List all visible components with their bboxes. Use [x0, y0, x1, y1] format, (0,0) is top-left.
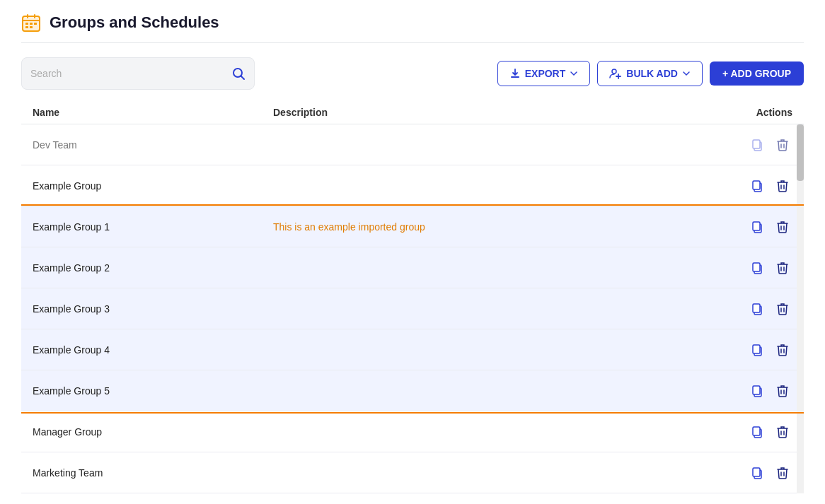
- row-actions: [729, 217, 792, 237]
- copy-icon[interactable]: [747, 422, 767, 442]
- delete-icon[interactable]: [773, 299, 792, 319]
- copy-icon[interactable]: [747, 381, 767, 401]
- svg-line-11: [241, 76, 245, 80]
- row-name: Dev Team: [33, 139, 273, 151]
- row-actions: [729, 135, 792, 155]
- toolbar: EXPORT BULK ADD + ADD GROUP: [21, 57, 804, 90]
- col-header-description: Description: [273, 107, 729, 118]
- table-row: Example Group 1This is an example import…: [21, 206, 804, 247]
- svg-rect-49: [753, 468, 760, 476]
- svg-rect-9: [30, 26, 33, 28]
- table-row: Example Group 3: [21, 288, 804, 329]
- row-name: Marketing Team: [33, 467, 273, 479]
- copy-icon[interactable]: [747, 258, 767, 278]
- delete-icon[interactable]: [773, 463, 792, 483]
- delete-icon[interactable]: [773, 340, 792, 360]
- search-input[interactable]: [30, 68, 231, 79]
- row-actions: [729, 381, 792, 401]
- svg-rect-4: [34, 14, 35, 18]
- row-name: Example Group 4: [33, 344, 273, 356]
- svg-point-13: [612, 69, 616, 74]
- table-row: Example Group 5: [21, 370, 804, 411]
- row-actions: [729, 422, 792, 442]
- export-button[interactable]: EXPORT: [497, 61, 591, 86]
- svg-rect-5: [25, 23, 28, 25]
- bulk-add-button[interactable]: BULK ADD: [597, 61, 703, 86]
- row-name: Manager Group: [33, 426, 273, 438]
- delete-icon[interactable]: [773, 176, 792, 196]
- delete-icon[interactable]: [773, 422, 792, 442]
- copy-icon[interactable]: [747, 299, 767, 319]
- row-actions: [729, 299, 792, 319]
- svg-rect-33: [753, 304, 760, 312]
- svg-rect-3: [27, 14, 28, 18]
- chevron-down-icon-bulk: [682, 69, 691, 78]
- table-header: Name Description Actions: [21, 104, 804, 124]
- row-name: Example Group 3: [33, 303, 273, 315]
- scrollbar-track[interactable]: [797, 124, 804, 493]
- row-name: Example Group 1: [33, 221, 273, 233]
- row-description: This is an example imported group: [273, 221, 729, 233]
- table-row: Marketing Team: [21, 452, 804, 493]
- row-name: Example Group 2: [33, 262, 273, 274]
- row-name: Example Group: [33, 180, 273, 192]
- table-row: Manager Group: [21, 411, 804, 452]
- col-header-name: Name: [33, 107, 273, 118]
- table-body-wrapper: Dev Team Example Group Example Group 1Th…: [21, 124, 804, 493]
- svg-rect-37: [753, 345, 760, 353]
- delete-icon[interactable]: [773, 135, 792, 155]
- svg-rect-7: [34, 23, 37, 25]
- copy-icon[interactable]: [747, 217, 767, 237]
- svg-rect-17: [753, 140, 760, 148]
- row-actions: [729, 258, 792, 278]
- col-header-actions: Actions: [729, 107, 792, 118]
- svg-rect-21: [753, 181, 760, 189]
- svg-rect-8: [25, 26, 28, 28]
- export-icon: [509, 68, 521, 79]
- copy-icon[interactable]: [747, 340, 767, 360]
- svg-rect-2: [23, 20, 40, 21]
- row-name: Example Group 5: [33, 385, 273, 397]
- svg-rect-25: [753, 222, 760, 230]
- copy-icon[interactable]: [747, 176, 767, 196]
- row-actions: [729, 463, 792, 483]
- table-body: Dev Team Example Group Example Group 1Th…: [21, 124, 804, 493]
- delete-icon[interactable]: [773, 258, 792, 278]
- delete-icon[interactable]: [773, 217, 792, 237]
- svg-rect-6: [30, 23, 33, 25]
- search-icon[interactable]: [231, 66, 246, 81]
- toolbar-actions: EXPORT BULK ADD + ADD GROUP: [497, 61, 804, 86]
- copy-icon[interactable]: [747, 135, 767, 155]
- chevron-down-icon: [570, 69, 578, 78]
- add-group-button[interactable]: + ADD GROUP: [710, 61, 804, 86]
- svg-rect-45: [753, 427, 760, 435]
- table-row: Example Group 4: [21, 329, 804, 370]
- search-box: [21, 57, 255, 90]
- scrollbar-thumb[interactable]: [797, 124, 804, 181]
- row-actions: [729, 340, 792, 360]
- copy-icon[interactable]: [747, 463, 767, 483]
- svg-rect-29: [753, 263, 760, 271]
- bulk-add-icon: [609, 68, 622, 79]
- table-row: Dev Team: [21, 124, 804, 165]
- svg-rect-41: [753, 386, 760, 394]
- delete-icon[interactable]: [773, 381, 792, 401]
- page-header: Groups and Schedules: [21, 13, 804, 43]
- table-row: Example Group 2: [21, 247, 804, 288]
- svg-rect-12: [511, 76, 519, 78]
- calendar-icon: [21, 13, 41, 33]
- table-row: Example Group: [21, 165, 804, 206]
- page-title: Groups and Schedules: [50, 13, 219, 32]
- row-actions: [729, 176, 792, 196]
